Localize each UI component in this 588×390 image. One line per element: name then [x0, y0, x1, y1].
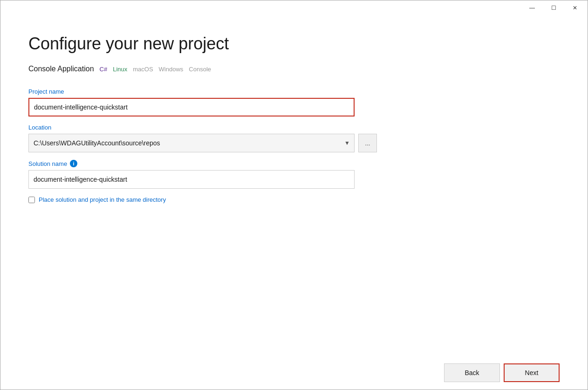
location-label: Location: [28, 124, 383, 131]
back-button[interactable]: Back: [444, 363, 500, 382]
project-name-input[interactable]: [28, 98, 355, 116]
subtitle-row: Console Application C# Linux macOS Windo…: [28, 65, 560, 73]
same-directory-checkbox[interactable]: [28, 197, 35, 203]
tag-macos: macOS: [133, 66, 153, 73]
same-directory-label[interactable]: Place solution and project in the same d…: [39, 196, 166, 203]
page-title: Configure your new project: [28, 34, 560, 54]
solution-label-row: Solution name i: [28, 160, 383, 167]
content-area: Configure your new project Console Appli…: [0, 15, 588, 356]
tag-console: Console: [189, 66, 211, 73]
browse-button[interactable]: ...: [358, 134, 377, 152]
solution-name-label: Solution name: [28, 160, 67, 167]
solution-name-input[interactable]: [28, 170, 355, 189]
maximize-button[interactable]: ☐: [543, 0, 564, 15]
footer: Back Next: [0, 356, 588, 390]
title-bar: — ☐ ✕: [0, 0, 588, 15]
solution-info-icon[interactable]: i: [70, 160, 77, 167]
app-name-label: Console Application: [28, 65, 94, 73]
main-window: — ☐ ✕ Configure your new project Console…: [0, 0, 588, 390]
checkbox-row: Place solution and project in the same d…: [28, 196, 383, 203]
minimize-button[interactable]: —: [521, 0, 543, 15]
location-select[interactable]: C:\Users\WDAGUtilityAccount\source\repos: [28, 134, 355, 152]
project-name-label: Project name: [28, 88, 383, 95]
form-section: Project name Location C:\Users\WDAGUtili…: [28, 88, 383, 203]
tag-windows: Windows: [159, 66, 184, 73]
location-row: C:\Users\WDAGUtilityAccount\source\repos…: [28, 134, 383, 152]
next-button[interactable]: Next: [504, 363, 560, 382]
location-select-wrapper: C:\Users\WDAGUtilityAccount\source\repos…: [28, 134, 355, 152]
tag-csharp: C#: [100, 66, 108, 73]
close-button[interactable]: ✕: [564, 0, 586, 15]
tag-linux: Linux: [113, 66, 127, 73]
